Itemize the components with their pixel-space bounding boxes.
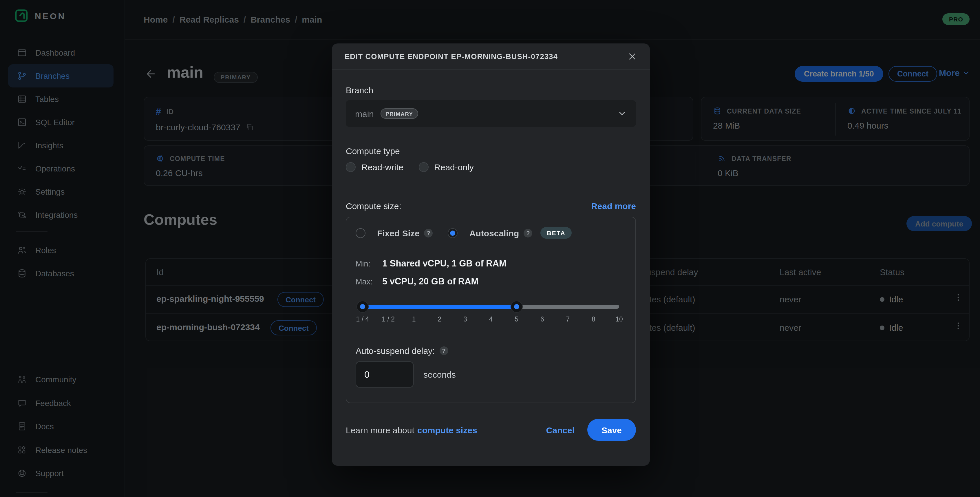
compute-type-label: Compute type bbox=[346, 146, 636, 156]
help-icon[interactable]: ? bbox=[440, 346, 448, 355]
chevron-down-icon bbox=[617, 109, 627, 118]
tick-label: 1 / 2 bbox=[382, 316, 395, 323]
slider-fill bbox=[363, 305, 517, 309]
modal-body: Branch main PRIMARY Compute type Read-wr… bbox=[332, 85, 650, 441]
auto-suspend-input[interactable] bbox=[356, 362, 414, 387]
auto-suspend-unit: seconds bbox=[423, 370, 456, 379]
radio-icon bbox=[356, 228, 366, 238]
radio-fixed-size[interactable]: Fixed Size bbox=[356, 228, 420, 238]
auto-suspend-row: Auto-suspend delay: ? bbox=[356, 346, 626, 356]
compute-type-options: Read-write Read-only bbox=[346, 162, 636, 172]
primary-badge: PRIMARY bbox=[380, 108, 418, 119]
modal-title: EDIT COMPUTE ENDPOINT EP-MORNING-BUSH-07… bbox=[345, 52, 558, 61]
max-row: Max: 5 vCPU, 20 GB of RAM bbox=[356, 276, 626, 287]
radio-read-write[interactable]: Read-write bbox=[346, 162, 403, 172]
radio-label: Autoscaling bbox=[469, 228, 519, 238]
size-mode-options: Fixed Size ? Autoscaling ? BETA bbox=[356, 227, 626, 239]
compute-size-row: Compute size: Read more bbox=[346, 201, 636, 211]
radio-icon bbox=[418, 162, 428, 172]
radio-icon bbox=[346, 162, 356, 172]
compute-size-box: Fixed Size ? Autoscaling ? BETA Min: 1 S… bbox=[346, 217, 636, 403]
save-button[interactable]: Save bbox=[587, 419, 636, 441]
learn-more-text: Learn more aboutcompute sizes bbox=[346, 425, 477, 435]
tick-label: 10 bbox=[616, 316, 623, 323]
close-icon[interactable] bbox=[627, 51, 637, 61]
radio-selected-icon bbox=[448, 228, 458, 238]
compute-sizes-link[interactable]: compute sizes bbox=[417, 425, 477, 435]
slider-ticks: 1 / 4 1 / 2 1 2 3 4 5 6 7 8 10 bbox=[356, 316, 626, 325]
modal-header: EDIT COMPUTE ENDPOINT EP-MORNING-BUSH-07… bbox=[332, 43, 650, 70]
slider-max-handle[interactable] bbox=[511, 301, 523, 313]
branch-select-value: main bbox=[355, 108, 374, 118]
read-more-link[interactable]: Read more bbox=[591, 201, 636, 211]
tick-label: 1 / 4 bbox=[356, 316, 369, 323]
radio-read-only[interactable]: Read-only bbox=[418, 162, 474, 172]
radio-label: Read-write bbox=[361, 162, 403, 172]
tick-label: 6 bbox=[540, 316, 544, 323]
radio-label: Read-only bbox=[434, 162, 474, 172]
min-label: Min: bbox=[356, 260, 382, 268]
tick-label: 2 bbox=[438, 316, 441, 323]
cancel-button[interactable]: Cancel bbox=[546, 425, 574, 435]
tick-label: 4 bbox=[489, 316, 493, 323]
tick-label: 1 bbox=[412, 316, 416, 323]
branch-select[interactable]: main PRIMARY bbox=[346, 100, 636, 127]
learn-more-prefix: Learn more about bbox=[346, 425, 414, 435]
tick-label: 8 bbox=[592, 316, 595, 323]
branch-field-label: Branch bbox=[346, 85, 636, 95]
auto-suspend-input-row: seconds bbox=[356, 362, 626, 387]
help-icon[interactable]: ? bbox=[523, 228, 532, 237]
auto-suspend-label: Auto-suspend delay: bbox=[356, 346, 435, 356]
radio-label: Fixed Size bbox=[377, 228, 420, 238]
help-icon[interactable]: ? bbox=[424, 228, 433, 237]
modal-footer: Learn more aboutcompute sizes Cancel Sav… bbox=[346, 419, 636, 441]
tick-label: 5 bbox=[515, 316, 519, 323]
tick-label: 7 bbox=[566, 316, 570, 323]
compute-size-slider bbox=[356, 301, 626, 313]
slider-min-handle[interactable] bbox=[356, 301, 369, 313]
app-window: NEON Dashboard Branches Tables SQL Edito… bbox=[0, 0, 980, 497]
max-label: Max: bbox=[356, 277, 382, 286]
min-row: Min: 1 Shared vCPU, 1 GB of RAM bbox=[356, 258, 626, 269]
min-value: 1 Shared vCPU, 1 GB of RAM bbox=[382, 258, 506, 269]
radio-autoscaling[interactable]: Autoscaling bbox=[448, 228, 519, 238]
compute-size-label: Compute size: bbox=[346, 201, 401, 211]
edit-compute-endpoint-modal: EDIT COMPUTE ENDPOINT EP-MORNING-BUSH-07… bbox=[332, 43, 650, 466]
tick-label: 3 bbox=[463, 316, 467, 323]
beta-badge: BETA bbox=[540, 227, 572, 239]
max-value: 5 vCPU, 20 GB of RAM bbox=[382, 276, 479, 287]
